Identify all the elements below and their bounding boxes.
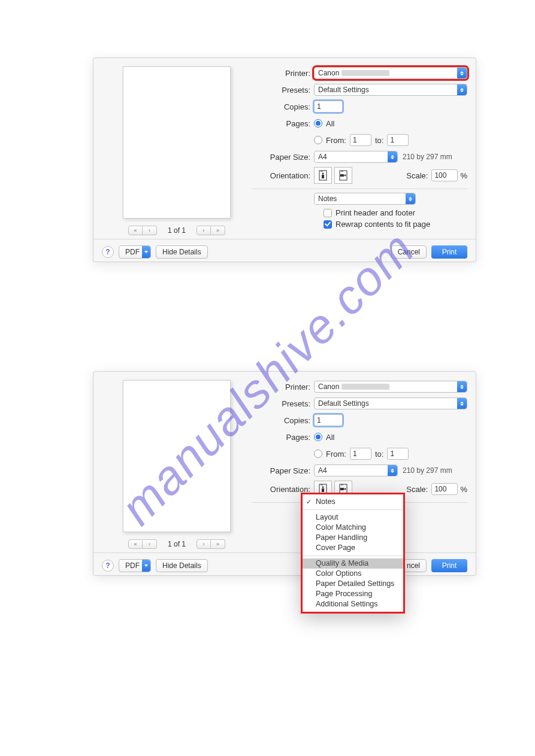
svg-rect-11 — [340, 488, 344, 490]
print-header-footer-checkbox[interactable] — [324, 209, 332, 217]
scale-field[interactable]: 100 — [431, 483, 458, 495]
svg-rect-8 — [322, 488, 324, 492]
percent-sign: % — [460, 485, 467, 494]
orientation-landscape-button[interactable] — [334, 167, 352, 184]
svg-point-4 — [344, 175, 346, 177]
menu-item-layout[interactable]: Layout — [303, 512, 403, 523]
scale-label: Scale: — [406, 171, 428, 180]
presets-popup[interactable]: Default Settings — [314, 84, 467, 96]
pages-from-radio[interactable] — [314, 450, 322, 458]
page-preview — [123, 380, 231, 532]
pdf-button[interactable]: PDF — [119, 559, 151, 572]
page-from-field[interactable]: 1 — [350, 134, 371, 146]
pages-label: Pages: — [252, 433, 310, 442]
presets-label: Presets: — [252, 399, 310, 408]
menu-separator — [303, 509, 403, 510]
page-counter: 1 of 1 — [168, 226, 186, 235]
pages-all-label: All — [326, 119, 334, 128]
paper-dim: 210 by 297 mm — [403, 466, 452, 475]
chevron-down-icon — [142, 246, 150, 258]
presets-label: Presets: — [252, 86, 310, 95]
print-dialog-2: « ‹ 1 of 1 › » Printer: Canon — [93, 371, 476, 576]
pager-last-icon[interactable]: » — [211, 226, 225, 235]
chevron-updown-icon — [457, 381, 467, 392]
pages-all-radio[interactable] — [314, 433, 322, 441]
rewrap-label: Rewrap contents to fit page — [335, 220, 430, 229]
copies-field[interactable]: 1 — [314, 101, 343, 113]
pager-first-icon[interactable]: « — [128, 226, 143, 235]
printer-popup[interactable]: Canon — [314, 67, 467, 79]
paper-dim: 210 by 297 mm — [403, 153, 452, 161]
portrait-icon — [319, 170, 327, 181]
paper-size-label: Paper Size: — [252, 466, 310, 475]
printer-popup[interactable]: Canon — [314, 381, 467, 393]
chevron-updown-icon — [457, 68, 467, 78]
page-from-field[interactable]: 1 — [350, 448, 371, 460]
scale-field[interactable]: 100 — [431, 169, 458, 181]
paper-size-popup[interactable]: A4 — [314, 151, 398, 163]
printer-value-blur — [341, 384, 389, 390]
pager-next-icon[interactable]: › — [197, 226, 211, 235]
pager-prev-icon[interactable]: ‹ — [143, 539, 157, 549]
pages-from-label: From: — [326, 450, 346, 459]
paper-size-popup[interactable]: A4 — [314, 464, 398, 476]
pages-to-label: to: — [375, 450, 383, 459]
printer-value-prefix: Canon — [318, 69, 339, 77]
cancel-button[interactable]: Cancel — [391, 245, 427, 259]
pages-to-label: to: — [375, 136, 383, 145]
pager-next-icon[interactable]: › — [197, 539, 211, 549]
section-menu[interactable]: Notes Layout Color Matching Paper Handli… — [301, 493, 405, 614]
orientation-portrait-button[interactable] — [314, 167, 332, 184]
pager-last-icon[interactable]: » — [211, 539, 225, 549]
page-to-field[interactable]: 1 — [387, 448, 409, 460]
print-button[interactable]: Print — [431, 559, 467, 572]
menu-item-paper-detailed[interactable]: Paper Detailed Settings — [303, 579, 403, 589]
pages-label: Pages: — [252, 119, 310, 128]
svg-rect-5 — [340, 174, 344, 177]
printer-label: Printer: — [252, 69, 310, 78]
cancel-button-partial[interactable]: ncel — [404, 559, 427, 572]
print-button[interactable]: Print — [431, 245, 467, 259]
menu-item-cover-page[interactable]: Cover Page — [303, 543, 403, 553]
copies-label: Copies: — [252, 416, 310, 425]
pages-from-radio[interactable] — [314, 136, 322, 144]
menu-item-additional-settings[interactable]: Additional Settings — [303, 599, 403, 609]
menu-item-notes[interactable]: Notes — [303, 497, 403, 507]
pages-all-radio[interactable] — [314, 119, 322, 127]
pager-prev-icon[interactable]: ‹ — [143, 226, 157, 235]
pages-all-label: All — [326, 433, 334, 442]
menu-item-paper-handling[interactable]: Paper Handling — [303, 533, 403, 543]
rewrap-checkbox[interactable] — [324, 220, 332, 229]
chevron-updown-icon — [388, 151, 397, 162]
printer-label: Printer: — [252, 382, 310, 391]
menu-item-color-options[interactable]: Color Options — [303, 569, 403, 579]
svg-rect-2 — [322, 175, 324, 178]
menu-item-color-matching[interactable]: Color Matching — [303, 523, 403, 533]
menu-item-page-processing[interactable]: Page Processing — [303, 589, 403, 599]
page-preview — [123, 66, 231, 218]
presets-popup[interactable]: Default Settings — [314, 397, 467, 409]
chevron-updown-icon — [388, 465, 397, 476]
printer-value-prefix: Canon — [318, 382, 339, 391]
print-header-footer-label: Print header and footer — [335, 208, 415, 217]
chevron-updown-icon — [406, 193, 415, 204]
print-dialog-1: « ‹ 1 of 1 › » Printer: Canon — [93, 57, 476, 262]
help-button[interactable]: ? — [102, 560, 114, 572]
section-popup[interactable]: Notes — [314, 193, 416, 205]
page-to-field[interactable]: 1 — [387, 134, 409, 146]
paper-size-label: Paper Size: — [252, 153, 310, 162]
percent-sign: % — [460, 171, 467, 180]
hide-details-button[interactable]: Hide Details — [156, 245, 208, 259]
chevron-down-icon — [142, 560, 150, 572]
pager-first-icon[interactable]: « — [128, 539, 143, 549]
svg-point-10 — [344, 488, 346, 490]
menu-item-quality-media[interactable]: Quality & Media — [303, 558, 403, 569]
copies-field[interactable]: 1 — [314, 414, 343, 426]
help-button[interactable]: ? — [102, 246, 114, 258]
hide-details-button[interactable]: Hide Details — [156, 559, 208, 572]
svg-point-1 — [322, 173, 324, 175]
pdf-button[interactable]: PDF — [119, 245, 151, 259]
svg-point-7 — [322, 487, 324, 488]
page-counter: 1 of 1 — [168, 540, 186, 548]
menu-separator — [303, 555, 403, 556]
